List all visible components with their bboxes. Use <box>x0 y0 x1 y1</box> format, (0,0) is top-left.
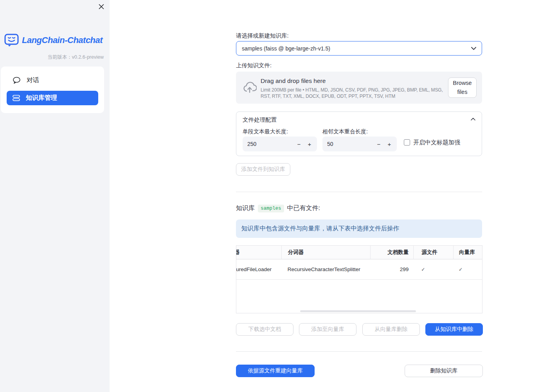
chevron-up-icon[interactable] <box>471 118 475 120</box>
table-row[interactable]: UnstructuredFileLoader RecursiveCharacte… <box>236 259 482 280</box>
kb-select-dropdown[interactable]: samples (faiss @ bge-large-zh-v1.5) <box>236 41 482 56</box>
cell-source-check: ✓ <box>413 259 453 279</box>
delete-from-kb-button[interactable]: 从知识库中删除 <box>425 323 483 336</box>
logo-chat-icon <box>4 34 19 47</box>
sidebar-item-label: 知识库管理 <box>26 94 57 102</box>
dropzone-hint: Limit 200MB per file • HTML, MD, JSON, C… <box>261 87 449 99</box>
info-banner: 知识库中包含源文件与向量库，请从下表中选择文件后操作 <box>236 219 482 238</box>
zh-title-checkbox[interactable] <box>404 139 410 146</box>
check-icon: ✓ <box>459 266 463 272</box>
divider <box>236 192 482 192</box>
overlap-size-value: 50 <box>327 141 333 147</box>
chunk-size-input[interactable]: 250 − + <box>243 137 317 151</box>
rebuild-vectorstore-button[interactable]: 依据源文件重建向量库 <box>236 365 315 377</box>
upload-label: 上传知识文件: <box>236 62 272 69</box>
add-to-vectorstore-button[interactable]: 添加至向量库 <box>299 323 356 336</box>
files-table: 文档加载器 分词器 文档数量 源文件 向量库 UnstructuredFileL… <box>236 245 482 313</box>
table-horizontal-scrollbar[interactable] <box>300 310 416 312</box>
sidebar-item-dialogue[interactable]: 对话 <box>13 74 99 87</box>
chevron-down-icon <box>471 47 476 50</box>
dropzone-title: Drag and drop files here <box>261 77 326 85</box>
col-vector-store[interactable]: 向量库 <box>453 246 482 259</box>
col-source-file[interactable]: 源文件 <box>413 246 453 259</box>
app-window: LangChain-Chatchat 当前版本：v0.2.6-preview 对… <box>0 0 540 392</box>
knowledge-base-icon <box>13 95 20 101</box>
kb-select-value: samples (faiss @ bge-large-zh-v1.5) <box>242 45 330 52</box>
overlap-size-input[interactable]: 50 − + <box>322 137 397 151</box>
check-icon: ✓ <box>421 266 425 272</box>
col-splitter[interactable]: 分词器 <box>281 246 371 259</box>
browse-files-button[interactable]: Browse files <box>448 77 477 98</box>
divider <box>236 351 482 352</box>
file-config-expander: 文件处理配置 单段文本最大长度: 250 − + 相邻文本重合长度: 50 − … <box>236 111 482 156</box>
plus-stepper-icon[interactable]: + <box>304 137 315 151</box>
col-loader[interactable]: 文档加载器 <box>236 246 281 259</box>
delete-kb-button[interactable]: 删除知识库 <box>405 365 483 377</box>
plus-stepper-icon[interactable]: + <box>384 137 395 151</box>
sidebar-close-icon[interactable] <box>97 3 106 11</box>
app-logo: LangChain-Chatchat <box>4 34 103 47</box>
cell-doc-count: 299 <box>370 259 413 279</box>
sidebar-item-kb-management[interactable]: 知识库管理 <box>7 91 98 105</box>
sidebar-item-label: 对话 <box>27 76 39 85</box>
chunk-size-label: 单段文本最大长度: <box>243 128 288 135</box>
sidebar: LangChain-Chatchat 当前版本：v0.2.6-preview 对… <box>0 0 110 392</box>
kb-files-suffix: 中已有文件: <box>287 204 320 212</box>
zh-title-label: 开启中文标题加强 <box>413 139 460 146</box>
chunk-size-value: 250 <box>247 141 256 147</box>
version-text: 当前版本：v0.2.6-preview <box>47 54 104 61</box>
expander-title: 文件处理配置 <box>243 116 277 124</box>
main-content: 请选择或新建知识库: samples (faiss @ bge-large-zh… <box>236 0 483 392</box>
minus-stepper-icon[interactable]: − <box>373 137 384 151</box>
kb-files-prefix: 知识库 <box>236 204 255 212</box>
kb-select-label: 请选择或新建知识库: <box>236 32 289 40</box>
cell-vector-check: ✓ <box>453 259 482 279</box>
kb-files-heading: 知识库 samples 中已有文件: <box>236 204 320 212</box>
cell-splitter: RecursiveCharacterTextSplitter <box>281 259 371 279</box>
add-files-button[interactable]: 添加文件到知识库 <box>236 163 290 176</box>
download-selected-button[interactable]: 下载选中文档 <box>236 323 293 336</box>
cloud-upload-icon <box>243 81 257 95</box>
info-banner-text: 知识库中包含源文件与向量库，请从下表中选择文件后操作 <box>241 225 399 233</box>
file-dropzone[interactable]: Drag and drop files here Limit 200MB per… <box>236 72 482 104</box>
chat-bubble-icon <box>13 77 21 84</box>
table-header: 文档加载器 分词器 文档数量 源文件 向量库 <box>236 246 482 259</box>
col-doc-count[interactable]: 文档数量 <box>370 246 413 259</box>
logo-title: LangChain-Chatchat <box>22 35 103 45</box>
minus-stepper-icon[interactable]: − <box>293 137 304 151</box>
cell-loader: UnstructuredFileLoader <box>236 259 281 279</box>
remove-from-vectorstore-button[interactable]: 从向量库删除 <box>362 323 420 336</box>
sidebar-menu: 对话 知识库管理 <box>1 67 104 113</box>
overlap-size-label: 相邻文本重合长度: <box>322 128 368 135</box>
kb-name-code: samples <box>258 205 284 212</box>
